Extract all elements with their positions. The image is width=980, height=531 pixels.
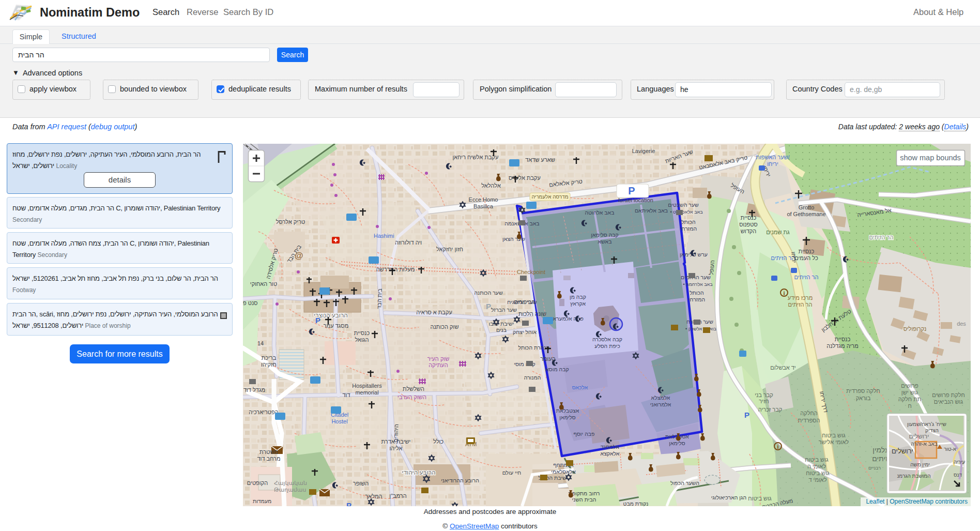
svg-text:show map bounds: show map bounds [900,154,961,162]
svg-text:קבה סלימאן: קבה סלימאן [591,232,619,238]
svg-text:העתיקה: העתיקה [428,362,448,368]
svg-text:of Gethsemane: of Gethsemane [787,211,825,217]
svg-text:קבה מן: קבה מן [570,294,586,300]
svg-text:היהודים: היהודים [392,424,399,443]
svg-text:אקראץ: אקראץ [570,300,586,307]
svg-text:טריק אלרסל: טריק אלרסל [276,219,305,225]
svg-text:מעמדות: מעמדות [253,498,271,504]
svg-text:הקדוש: הקדוש [741,228,756,234]
svg-text:הפטריארכיה: הפטריארכיה [249,409,278,415]
svg-text:קבר בני: קבר בני [755,392,773,398]
svg-text:בנים: בנים [496,327,507,333]
svg-text:P: P [628,185,635,196]
svg-text:מנהרת הכותל: מנהרת הכותל [518,344,550,351]
svg-text:העופל: העופל [708,260,715,276]
svg-text:גוש ביטוח: גוש ביטוח [822,432,846,438]
svg-text:Թաղամաս: Թաղամաս [274,487,307,493]
svg-text:memorial: memorial [355,389,378,396]
svg-text:• באב אלאסבאט: • באב אלאסבאט [670,209,703,215]
svg-text:כל העמים: כל העמים [794,255,818,261]
svg-text:חזיר: חזיר [759,398,769,404]
svg-text:בית הבד: בית הבד [376,288,382,309]
svg-text:המושבת הגרמנ: המושבת הגרמנ [897,473,930,479]
svg-text:רבניים: רבניים [868,465,881,471]
svg-text:גוש ביטוח: גוש ביטוח [806,470,830,476]
svg-text:אלאסלאמי: אלאסלאמי [551,468,576,475]
svg-text:הר הזיתים: הר הזיתים [794,274,819,280]
svg-text:יד אבשלום: יד אבשלום [770,365,795,371]
svg-text:גוש ביטוח: גוש ביטוח [748,495,772,502]
svg-text:שוק הכותנה: שוק הכותנה [431,324,459,330]
svg-text:השופר: השופר [353,480,369,487]
svg-text:באב א-זהרה: באב א-זהרה [911,441,937,447]
svg-text:הבית השני: הבית השני [572,496,596,503]
svg-text:הרמב"ן: הרמב"ן [389,493,406,499]
svg-text:סטפנוס: סטפנוס [739,221,757,227]
svg-text:P: P [315,316,320,325]
svg-text:שער האשפות/: שער האשפות/ [756,154,790,160]
svg-text:שער הרחמים: שער הרחמים [681,274,711,280]
svg-text:אלהלאל: אלהלאל [481,183,501,189]
svg-text:הגואל: הגואל [355,337,369,343]
svg-text:סלימאן: סלימאן [559,414,576,420]
svg-text:Basilica: Basilica [473,203,494,209]
svg-text:מרחב דוד: מרחב דוד [257,456,280,462]
svg-text:המלאך: המלאך [365,493,382,499]
svg-text:חלקת פרושים: חלקת פרושים [932,392,965,398]
svg-text:כנסיית: כנסיית [354,330,370,336]
svg-text:מריה מגדלנה: מריה מגדלנה [826,343,858,349]
svg-text:Leaflet | OpenStreetMap contri: Leaflet | OpenStreetMap contributors [866,498,968,505]
svg-text:כנסיית: כנסיית [741,215,757,221]
svg-text:שייח' ג'ראח/שמעון: שייח' ג'ראח/שמעון [907,421,946,427]
svg-text:רחוב מתקופת: רחוב מתקופת [569,490,600,496]
svg-text:P: P [346,501,351,506]
svg-text:כנסיית: כנסיית [835,336,851,342]
svg-text:תת חלקה: תת חלקה [898,396,922,402]
svg-text:אלכאס: אלכאס [572,384,588,390]
svg-text:שער המשגיח: שער המשגיח [507,299,537,305]
svg-text:אליהו: אליהו [390,445,403,451]
svg-text:ערש סלימאן: ערש סלימאן [680,251,708,257]
svg-text:P: P [744,411,749,419]
svg-text:אלמרואני: אלמרואני [650,401,671,407]
svg-text:קבר זכריה: קבר זכריה [758,406,783,413]
svg-text:השוק הערבי: השוק הערבי [397,394,426,400]
svg-text:Ecce Homo: Ecce Homo [469,196,498,203]
svg-text:לאומי ד: לאומי ד [808,477,826,483]
svg-text:הר הזיתים: הר הזיתים [788,301,813,308]
svg-text:ויה דולורוזה: ויה דולורוזה [395,239,422,246]
svg-text:Checkpoint: Checkpoint [517,269,545,275]
svg-text:ח: ח [908,403,911,409]
svg-text:גוש ביטוח: גוש ביטוח [805,457,829,463]
svg-text:בריכת: בריכת [262,355,277,361]
svg-text:א-טור: א-טור [944,446,957,452]
svg-text:ימין משה: ימין משה [910,462,930,467]
svg-text:הר הזיתים: הר הזיתים [869,234,894,240]
svg-text:הכותל: הכותל [690,290,704,296]
svg-text:פרושים: פרושים [901,383,918,389]
svg-text:קבה אלסכרה: קבה אלסכרה [592,336,622,342]
svg-text:ירושלים: ירושלים [892,447,913,455]
svg-text:לאומי אלישר: לאומי אלישר [819,439,849,445]
svg-text:כיפת הסלע: כיפת הסלע [594,343,620,349]
svg-text:החלקה: החלקה [800,410,817,416]
svg-text:נקרופוליס: נקרופוליס [904,326,927,332]
svg-text:המזרחי: המזרחי [680,225,697,232]
svg-text:סלימאן: סלימאן [669,440,685,446]
svg-text:הכותל: הכותל [681,219,696,225]
svg-text:הרובע היהודי: הרובע היהודי [402,469,435,476]
svg-text:המזרחי: המזרחי [688,296,705,302]
svg-text:דנס: דנס [954,472,962,478]
svg-text:מעלות המדרשה: מעלות המדרשה [376,266,415,272]
svg-text:i: i [777,444,778,450]
svg-text:גוש הנביאים: גוש הנביאים [934,399,963,405]
svg-text:המנורה: המנורה [524,374,541,381]
svg-text:עיריה: עיריה [954,459,966,465]
svg-text:P: P [486,302,491,311]
svg-text:כולל: כולל [433,438,443,445]
svg-text:שארע שדאד: שארע שדאד [525,157,555,163]
svg-text:הרובע ההרודיאני: הרובע ההרודיאני [441,477,479,483]
svg-text:חיי עולם: חיי עולם [502,469,522,476]
svg-text:i: i [783,290,785,296]
svg-text:השלשלת: השלשלת [403,386,424,392]
